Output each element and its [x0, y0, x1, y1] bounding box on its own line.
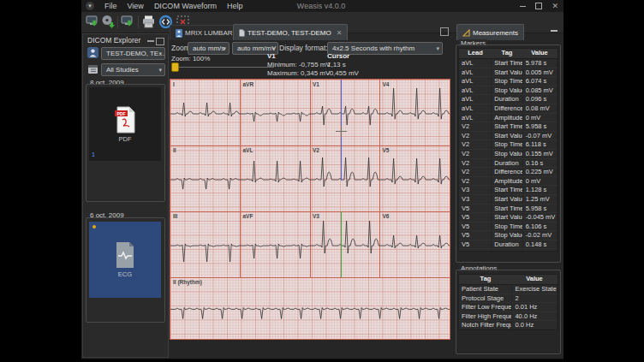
- marker-row[interactable]: V3Start Value1.25 mV: [459, 195, 558, 205]
- column-header[interactable]: Tag: [459, 275, 512, 284]
- marker-row[interactable]: aVLDuration0.096 s: [459, 95, 558, 104]
- import-dicom-icon[interactable]: [86, 15, 100, 29]
- lead-waveform: [380, 145, 450, 211]
- marker-row[interactable]: aVLDifference0.08 mV: [459, 104, 558, 114]
- cell: Stop Time: [492, 77, 522, 86]
- minimize-window-icon[interactable]: [520, 6, 526, 7]
- tab-test-demo[interactable]: TEST-DEMO, TEST-DEMO ✕: [233, 24, 348, 40]
- marker-row[interactable]: V2Duration0.16 s: [459, 159, 558, 169]
- minimize-panel-icon[interactable]: [551, 30, 558, 32]
- lead-label: aVL: [243, 147, 253, 153]
- ecg-lead-cell[interactable]: V2: [310, 145, 380, 211]
- lead-label: II (Rhythm): [173, 279, 202, 285]
- zoom-slider-track[interactable]: [171, 67, 274, 68]
- marker-row[interactable]: V5Stop Time6.106 s: [459, 223, 558, 232]
- menu-dicom-waveform[interactable]: DICOM Waveform: [149, 2, 222, 10]
- cell: 0.148 s: [523, 240, 558, 249]
- lead-label: III: [173, 213, 177, 219]
- ecg-lead-cell[interactable]: II (Rhythm): [170, 277, 450, 339]
- cell: 0.225 mV: [523, 168, 558, 176]
- ecg-lead-cell[interactable]: V3: [310, 211, 380, 277]
- study-selector[interactable]: All Studies▾: [101, 63, 165, 76]
- cell: Notch Filter Frequ...: [459, 321, 512, 329]
- cell: 0.08 mV: [523, 104, 558, 113]
- marker-row[interactable]: V2Stop Value0.155 mV: [459, 150, 558, 159]
- ecg-lead-cell[interactable]: V5: [380, 145, 450, 211]
- series-thumbnail-pdf[interactable]: PDF PDF 1: [89, 87, 161, 161]
- tab-mrix-lumbar[interactable]: MRIX LUMBAR: [170, 25, 239, 40]
- app-menu-icon[interactable]: ▾: [86, 2, 94, 10]
- marker-row[interactable]: aVLAmplitude0 mV: [459, 114, 558, 123]
- cell: V2: [459, 122, 492, 131]
- cell: V2: [459, 150, 492, 158]
- ecg-lead-cell[interactable]: aVL: [241, 145, 311, 211]
- marker-row[interactable]: V2Amplitude0 mV: [459, 177, 558, 187]
- tab-measurements[interactable]: Measurements: [456, 24, 524, 40]
- cell: aVL: [459, 59, 492, 68]
- marker-row[interactable]: V5Duration0.148 s: [459, 240, 558, 250]
- lead-label: I: [173, 81, 175, 87]
- detach-panel-icon[interactable]: [156, 38, 164, 45]
- column-header[interactable]: Value: [512, 275, 557, 284]
- menu-file[interactable]: File: [99, 2, 122, 10]
- annotations-table-header[interactable]: TagValue: [459, 275, 558, 285]
- marker-row[interactable]: aVLStop Time6.074 s: [459, 77, 558, 86]
- export-dicom-icon[interactable]: [121, 15, 135, 29]
- speed-combo[interactable]: auto mm/s▾: [188, 42, 230, 55]
- marker-row[interactable]: V3Start Time1.128 s: [459, 186, 558, 195]
- marker-row[interactable]: aVLStart Value0.005 mV: [459, 68, 558, 78]
- markers-table-header[interactable]: LeadTagValue: [459, 49, 558, 59]
- lead-waveform: [241, 145, 311, 211]
- annotation-row[interactable]: Filter High Freque...40.0 Hz: [459, 312, 558, 322]
- cell: Difference: [492, 249, 522, 252]
- annotation-row[interactable]: Patient StateExercise State: [459, 285, 558, 294]
- column-header[interactable]: Tag: [492, 49, 522, 58]
- calendar-icon: [87, 63, 98, 74]
- annotation-row[interactable]: Protocol Stage2: [459, 294, 558, 304]
- annotation-row[interactable]: Notch Filter Frequ...0.0 Hz: [459, 321, 558, 330]
- cell: 40.0 Hz: [512, 312, 558, 321]
- close-tab-icon[interactable]: ✕: [337, 29, 343, 37]
- ecg-lead-cell[interactable]: aVR: [241, 80, 311, 145]
- ecg-lead-cell[interactable]: V6: [380, 211, 450, 277]
- marker-row[interactable]: V5Stop Value-0.02 mV: [459, 231, 558, 240]
- maximize-view-icon[interactable]: [440, 27, 449, 36]
- marker-row[interactable]: aVLStop Value0.085 mV: [459, 86, 558, 96]
- cell: Stop Value: [492, 86, 522, 95]
- annotation-row[interactable]: Filter Low Frequen...0.01 Hz: [459, 303, 558, 312]
- maximize-window-icon[interactable]: [535, 3, 542, 9]
- marker-row[interactable]: V2Start Value-0.07 mV: [459, 132, 558, 141]
- column-header[interactable]: Lead: [459, 49, 492, 58]
- column-header[interactable]: Value: [522, 49, 557, 58]
- ecg-lead-cell[interactable]: V1: [310, 80, 380, 145]
- ecg-waveform-view[interactable]: IaVRV1V4IIaVLV2V5IIIaVFV3V6II (Rhythm): [170, 79, 450, 340]
- marker-row[interactable]: V2Difference0.225 mV: [459, 168, 558, 177]
- marker-row[interactable]: V5Start Time5.958 s: [459, 205, 558, 214]
- marker-row[interactable]: V5Difference0.025 mV: [459, 249, 558, 252]
- lead-maximum-value: Maximum: 0,345 mV: [267, 69, 330, 77]
- marker-row[interactable]: aVLStart Time5.978 s: [459, 59, 558, 68]
- print-icon[interactable]: [141, 15, 156, 29]
- ecg-lead-cell[interactable]: III: [170, 211, 241, 277]
- ecg-lead-cell[interactable]: aVF: [241, 211, 311, 277]
- menu-view[interactable]: View: [122, 2, 149, 10]
- ecg-lead-cell[interactable]: I: [170, 80, 241, 145]
- import-cd-icon[interactable]: [101, 15, 116, 29]
- ecg-lead-cell[interactable]: II: [170, 145, 241, 211]
- ecg-lead-cell[interactable]: V4: [380, 80, 450, 145]
- zoom-slider-knob[interactable]: [171, 62, 179, 72]
- lead-label: aVF: [243, 213, 253, 219]
- cell: 0.01 Hz: [512, 303, 558, 312]
- cursor-label: Cursor: [327, 52, 349, 60]
- marker-row[interactable]: V2Stop Time6.118 s: [459, 140, 558, 150]
- marker-row[interactable]: V5Start Value-0.045 mV: [459, 213, 558, 223]
- marker-row[interactable]: V2Start Time5.958 s: [459, 122, 558, 132]
- close-window-icon[interactable]: ✕: [552, 3, 558, 10]
- minimize-panel-icon[interactable]: [147, 40, 154, 42]
- selected-lead-label: V1: [267, 52, 276, 60]
- thumbnail-label: PDF: [119, 135, 132, 143]
- patient-selector[interactable]: TEST-DEMO, TE...▾: [101, 47, 165, 60]
- menu-help[interactable]: Help: [222, 2, 248, 10]
- series-thumbnail-ecg[interactable]: ECG: [89, 222, 161, 298]
- cell: Start Value: [492, 68, 522, 77]
